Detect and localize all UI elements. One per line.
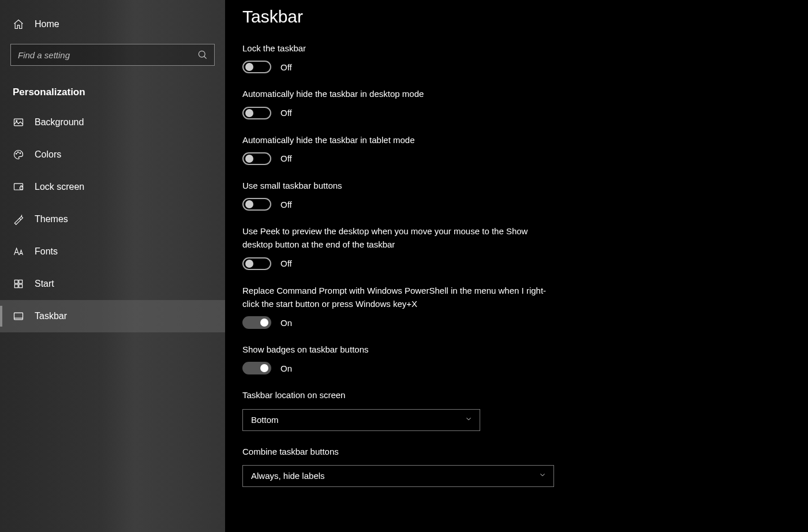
setting-peek: Use Peek to preview the desktop when you… [242, 224, 785, 270]
sidebar-item-themes[interactable]: Themes [0, 203, 225, 235]
chevron-down-icon [538, 471, 547, 481]
search-box[interactable] [10, 44, 215, 66]
toggle-powershell[interactable] [242, 316, 271, 329]
themes-icon [13, 213, 24, 225]
svg-point-4 [16, 153, 17, 155]
select-taskbar-location[interactable]: Bottom [242, 409, 480, 431]
page-title: Taskbar [242, 7, 785, 27]
sidebar-item-colors[interactable]: Colors [0, 138, 225, 171]
select-combine-buttons[interactable]: Always, hide labels [242, 465, 554, 487]
toggle-small-buttons[interactable] [242, 198, 271, 211]
setting-lock-taskbar: Lock the taskbar Off [242, 42, 785, 73]
image-icon [13, 117, 24, 128]
sidebar-item-label: Colors [35, 149, 61, 160]
sidebar-item-fonts[interactable]: Fonts [0, 235, 225, 268]
setting-badges: Show badges on taskbar buttons On [242, 343, 785, 374]
toggle-autohide-desktop[interactable] [242, 107, 271, 119]
toggle-badges[interactable] [242, 362, 271, 374]
toggle-peek[interactable] [242, 257, 271, 270]
svg-point-6 [20, 153, 21, 154]
sidebar-item-label: Taskbar [35, 311, 67, 321]
palette-icon [13, 149, 24, 160]
home-button[interactable]: Home [0, 10, 225, 38]
fonts-icon [13, 246, 24, 257]
setting-label: Use small taskbar buttons [242, 179, 554, 192]
setting-taskbar-location: Taskbar location on screen Bottom [242, 388, 785, 430]
toggle-state: Off [280, 200, 292, 209]
sidebar-item-label: Start [35, 279, 54, 289]
home-icon [13, 18, 24, 30]
setting-label: Use Peek to preview the desktop when you… [242, 224, 554, 252]
toggle-lock-taskbar[interactable] [242, 61, 271, 73]
toggle-state: Off [280, 153, 292, 163]
select-value: Bottom [251, 415, 279, 425]
setting-label: Automatically hide the taskbar in tablet… [242, 133, 554, 147]
content-area: Taskbar Lock the taskbar Off Automatical… [225, 0, 808, 532]
svg-rect-9 [14, 280, 18, 283]
select-value: Always, hide labels [251, 471, 325, 481]
sidebar-item-background[interactable]: Background [0, 106, 225, 138]
svg-line-1 [204, 57, 207, 59]
svg-rect-12 [19, 284, 23, 288]
section-title: Personalization [0, 70, 225, 106]
sidebar-item-lock-screen[interactable]: Lock screen [0, 171, 225, 203]
sidebar-item-label: Lock screen [35, 182, 84, 192]
setting-autohide-tablet: Automatically hide the taskbar in tablet… [242, 133, 785, 165]
svg-rect-8 [20, 187, 23, 189]
setting-label: Combine taskbar buttons [242, 445, 554, 458]
toggle-state: Off [280, 108, 292, 118]
home-label: Home [35, 19, 59, 29]
svg-point-3 [16, 121, 17, 122]
toggle-state: Off [280, 258, 292, 268]
start-icon [13, 278, 24, 290]
setting-powershell: Replace Command Prompt with Windows Powe… [242, 284, 785, 329]
setting-label: Lock the taskbar [242, 42, 554, 55]
toggle-state: Off [280, 62, 292, 72]
setting-combine-buttons: Combine taskbar buttons Always, hide lab… [242, 445, 785, 487]
sidebar-item-label: Fonts [35, 246, 58, 257]
setting-label: Show badges on taskbar buttons [242, 343, 554, 356]
setting-label: Replace Command Prompt with Windows Powe… [242, 284, 554, 311]
setting-small-buttons: Use small taskbar buttons Off [242, 179, 785, 211]
sidebar-item-label: Themes [35, 214, 68, 224]
toggle-state: On [280, 364, 292, 373]
sidebar-item-taskbar[interactable]: Taskbar [0, 300, 225, 332]
search-input[interactable] [18, 50, 192, 60]
sidebar-item-label: Background [35, 117, 84, 128]
sidebar-item-start[interactable]: Start [0, 268, 225, 300]
setting-label: Taskbar location on screen [242, 388, 554, 402]
chevron-down-icon [465, 415, 473, 425]
search-icon [197, 49, 208, 61]
toggle-state: On [280, 318, 292, 328]
svg-point-5 [17, 152, 18, 153]
sidebar: Home Personalization Background Colors [0, 0, 225, 532]
svg-rect-2 [14, 119, 23, 126]
setting-autohide-desktop: Automatically hide the taskbar in deskto… [242, 87, 785, 119]
toggle-autohide-tablet[interactable] [242, 152, 271, 165]
lock-screen-icon [13, 181, 24, 193]
svg-rect-10 [19, 280, 23, 283]
svg-rect-13 [14, 313, 23, 320]
svg-rect-11 [14, 284, 18, 288]
setting-label: Automatically hide the taskbar in deskto… [242, 87, 554, 100]
taskbar-icon [13, 310, 24, 322]
